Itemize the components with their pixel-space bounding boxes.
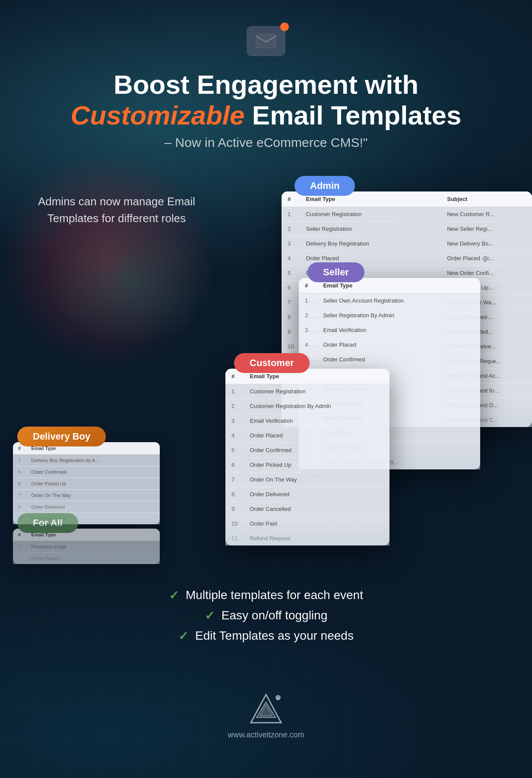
admin-badge: Admin: [294, 176, 355, 196]
admin-col-num: #: [282, 191, 300, 207]
delivery-table-card: # Email Type 1Delivery Boy Registration …: [13, 442, 160, 524]
table-row: 3Delivery Boy RegistrationNew Delivery B…: [282, 236, 532, 251]
header-section: Boost Engagement with Customizable Email…: [0, 0, 532, 167]
table-row: 1Customer Registration: [225, 384, 390, 399]
table-row: 7Order On The Way: [13, 489, 160, 501]
feature-text: Multiple templates for each event: [186, 588, 363, 602]
customer-role-group: Customer # Email Type 1Customer Registra…: [225, 353, 390, 545]
feature-text: Edit Templates as your needs: [195, 629, 354, 643]
check-icon: ✓: [169, 588, 179, 603]
delivery-role-group: Delivery Boy # Email Type 1Delivery Boy …: [13, 427, 160, 524]
table-row: 8Order Delivered: [13, 501, 160, 513]
table-row: 4Order Placed: [225, 428, 390, 443]
admin-description: Admins can now manage Email Templates fo…: [35, 193, 199, 227]
feature-item: ✓Multiple templates for each event: [35, 588, 497, 603]
table-row: 1Customer RegistrationNew Customer R...: [282, 207, 532, 221]
forall-badge: For All: [17, 513, 78, 533]
table-row: 1Seller Own Account Registration: [299, 293, 480, 308]
delivery-badge: Delivery Boy: [17, 427, 106, 446]
table-row: 8Order Delivered: [225, 487, 390, 501]
svg-text:R: R: [277, 697, 279, 700]
table-row: 6Order Confirmed: [13, 466, 160, 478]
subtitle: – Now in Active eCommerce CMS!": [35, 135, 497, 150]
feature-item: ✓Edit Templates as your needs: [35, 629, 497, 643]
table-row: 2Customer Registration By Admin: [225, 399, 390, 413]
table-row: 10Order Paid: [225, 516, 390, 531]
table-row: 4Order Placed: [299, 337, 480, 352]
svg-rect-0: [256, 34, 276, 48]
features-section: ✓Multiple templates for each event✓Easy …: [0, 556, 532, 684]
delivery-table: # Email Type 1Delivery Boy Registration …: [13, 442, 160, 524]
table-row: 6Order Picked Up: [225, 457, 390, 472]
table-row: 3Email Verification: [299, 322, 480, 337]
main-title: Boost Engagement with Customizable Email…: [35, 69, 497, 131]
feature-item: ✓Easy on/off toggling: [35, 609, 497, 623]
check-icon: ✓: [205, 609, 215, 623]
feature-text: Easy on/off toggling: [222, 609, 327, 622]
table-row: 9Order Cancelled: [225, 501, 390, 516]
table-row: 3Email Verification: [225, 413, 390, 428]
seller-badge: Seller: [307, 262, 364, 282]
table-row: 2Seller RegistrationNew Seller Regi...: [282, 221, 532, 236]
check-icon: ✓: [178, 629, 188, 643]
customer-table-card: # Email Type 1Customer Registration2Cust…: [225, 369, 390, 545]
table-row: 7Order On The Way: [225, 472, 390, 487]
cards-section: Admins can now manage Email Templates fo…: [0, 167, 532, 556]
logo-section: R www.activeitzone.com: [0, 684, 532, 757]
table-row: 1Promotion Email: [13, 541, 160, 552]
email-icon: [247, 26, 285, 56]
table-row: 8Order Picked Up: [13, 478, 160, 489]
admin-col-subject: Subject: [441, 191, 532, 207]
table-row: 5Order Confirmed: [225, 443, 390, 457]
table-row: 1Delivery Boy Registration by A...: [13, 454, 160, 466]
notification-dot: [280, 22, 289, 31]
logo-url: www.activeitzone.com: [0, 730, 532, 740]
table-row: 2Seller Registration By Admin: [299, 308, 480, 322]
table-row: 11Refund Request: [225, 531, 390, 545]
logo-icon: R: [249, 692, 283, 727]
customer-badge: Customer: [234, 353, 310, 373]
email-icon-wrapper: [247, 26, 285, 56]
features-list: ✓Multiple templates for each event✓Easy …: [35, 588, 497, 643]
customer-table: # Email Type 1Customer Registration2Cust…: [225, 369, 390, 545]
